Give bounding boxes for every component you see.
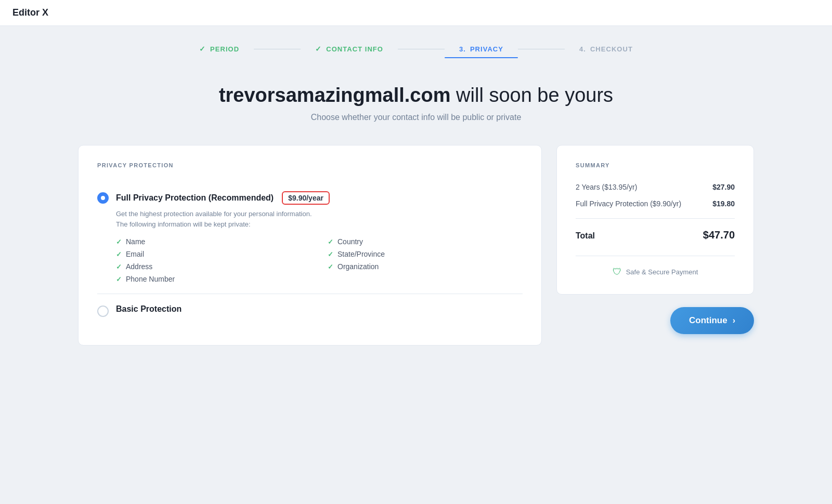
basic-protection-content: Basic Protection bbox=[116, 304, 523, 318]
privacy-section-label: PRIVACY PROTECTION bbox=[97, 162, 523, 168]
domain-name: trevorsamazingmall.com bbox=[219, 84, 451, 106]
full-privacy-header: Full Privacy Protection (Recommended) $9… bbox=[116, 191, 523, 205]
summary-card: SUMMARY 2 Years ($13.95/yr) $27.90 Full … bbox=[556, 145, 754, 295]
check-email: ✓ bbox=[116, 250, 122, 258]
step-checkout-num: 4. bbox=[579, 45, 586, 53]
summary-row-privacy: Full Privacy Protection ($9.90/yr) $19.8… bbox=[576, 200, 735, 208]
full-privacy-content: Full Privacy Protection (Recommended) $9… bbox=[116, 191, 523, 283]
step-divider-3 bbox=[518, 49, 565, 49]
step-contact-check: ✓ bbox=[315, 45, 322, 53]
full-privacy-title: Full Privacy Protection (Recommended) bbox=[116, 193, 274, 203]
check-name: ✓ bbox=[116, 238, 122, 246]
continue-button[interactable]: Continue › bbox=[670, 307, 754, 334]
summary-total-row: Total $47.70 bbox=[576, 229, 735, 241]
feature-state-label: State/Province bbox=[337, 250, 385, 258]
total-amount: $47.70 bbox=[703, 229, 735, 241]
feature-email-label: Email bbox=[126, 250, 144, 258]
feature-country: ✓ Country bbox=[328, 237, 523, 246]
step-checkout-label: CHECKOUT bbox=[590, 45, 633, 53]
step-contact-label: CONTACT INFO bbox=[326, 45, 383, 53]
feature-name: ✓ Name bbox=[116, 237, 311, 246]
feature-org: ✓ Organization bbox=[328, 262, 523, 271]
step-period-check: ✓ bbox=[199, 45, 206, 53]
hero-title-suffix: will soon be yours bbox=[451, 84, 614, 106]
feature-org-label: Organization bbox=[337, 262, 379, 271]
continue-section: Continue › bbox=[556, 307, 754, 334]
shield-icon: 🛡 bbox=[613, 267, 622, 277]
check-state: ✓ bbox=[328, 250, 333, 258]
hero-title: trevorsamazingmall.com will soon be your… bbox=[42, 84, 790, 107]
feature-phone: ✓ Phone Number bbox=[116, 275, 311, 283]
features-grid: ✓ Name ✓ Country ✓ Email ✓ bbox=[116, 237, 523, 283]
option-basic-protection[interactable]: Basic Protection bbox=[97, 294, 523, 328]
summary-divider bbox=[576, 218, 735, 219]
radio-full-privacy[interactable] bbox=[97, 192, 109, 204]
step-divider-2 bbox=[398, 49, 445, 49]
check-address: ✓ bbox=[116, 263, 122, 271]
option-full-privacy[interactable]: Full Privacy Protection (Recommended) $9… bbox=[97, 181, 523, 294]
step-divider-1 bbox=[254, 49, 301, 49]
radio-basic-protection[interactable] bbox=[97, 306, 109, 317]
feature-phone-label: Phone Number bbox=[126, 275, 175, 283]
summary-section-label: SUMMARY bbox=[576, 162, 735, 168]
secure-label: Safe & Secure Payment bbox=[626, 268, 698, 276]
summary-privacy-amount: $19.80 bbox=[712, 200, 735, 208]
summary-row-years: 2 Years ($13.95/yr) $27.90 bbox=[576, 183, 735, 191]
summary-privacy-label: Full Privacy Protection ($9.90/yr) bbox=[576, 200, 681, 208]
step-privacy-label: PRIVACY bbox=[470, 45, 503, 53]
check-country: ✓ bbox=[328, 238, 333, 246]
top-bar: Editor X bbox=[0, 0, 832, 26]
check-phone: ✓ bbox=[116, 275, 122, 283]
main-content: ✓ PERIOD ✓ CONTACT INFO 3. PRIVACY 4. CH… bbox=[0, 26, 832, 377]
feature-state: ✓ State/Province bbox=[328, 250, 523, 258]
step-contact-info[interactable]: ✓ CONTACT INFO bbox=[301, 45, 398, 53]
privacy-card: PRIVACY PROTECTION Full Privacy Protecti… bbox=[78, 145, 542, 346]
step-privacy[interactable]: 3. PRIVACY bbox=[445, 45, 518, 53]
continue-label: Continue bbox=[689, 315, 727, 326]
full-privacy-price: $9.90/year bbox=[282, 191, 330, 205]
feature-address-label: Address bbox=[126, 262, 152, 271]
feature-country-label: Country bbox=[337, 237, 363, 246]
full-privacy-desc: Get the highest protection available for… bbox=[116, 209, 523, 229]
feature-name-label: Name bbox=[126, 237, 145, 246]
right-column: SUMMARY 2 Years ($13.95/yr) $27.90 Full … bbox=[556, 145, 754, 346]
step-period[interactable]: ✓ PERIOD bbox=[185, 45, 254, 53]
step-active-underline bbox=[445, 57, 518, 58]
basic-protection-title: Basic Protection bbox=[116, 304, 181, 314]
step-privacy-num: 3. bbox=[459, 45, 466, 53]
secure-payment: 🛡 Safe & Secure Payment bbox=[576, 256, 735, 277]
hero-subtitle: Choose whether your contact info will be… bbox=[42, 113, 790, 122]
hero-section: trevorsamazingmall.com will soon be your… bbox=[42, 68, 790, 145]
feature-email: ✓ Email bbox=[116, 250, 311, 258]
feature-address: ✓ Address bbox=[116, 262, 311, 271]
stepper: ✓ PERIOD ✓ CONTACT INFO 3. PRIVACY 4. CH… bbox=[42, 26, 790, 68]
total-label: Total bbox=[576, 231, 595, 241]
chevron-right-icon: › bbox=[733, 316, 735, 325]
summary-years-label: 2 Years ($13.95/yr) bbox=[576, 183, 637, 191]
basic-protection-header: Basic Protection bbox=[116, 304, 523, 314]
step-period-label: PERIOD bbox=[210, 45, 239, 53]
summary-years-amount: $27.90 bbox=[712, 183, 735, 191]
step-checkout[interactable]: 4. CHECKOUT bbox=[565, 45, 647, 53]
content-grid: PRIVACY PROTECTION Full Privacy Protecti… bbox=[78, 145, 754, 346]
app-logo: Editor X bbox=[12, 7, 48, 18]
check-org: ✓ bbox=[328, 263, 333, 271]
